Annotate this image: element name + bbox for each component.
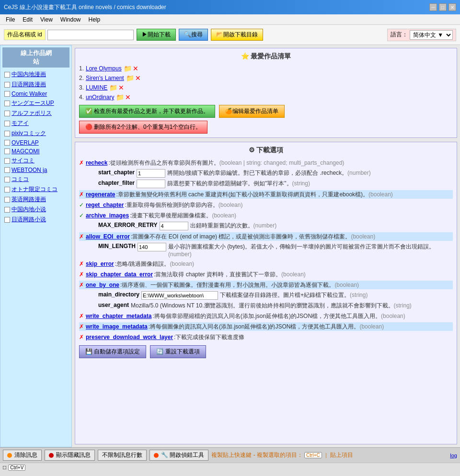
option-start-chapter: start_chapter 將開始/接續下載的章節編號。對已下載過的章節，必須配…: [79, 169, 453, 178]
save-options-button[interactable]: 💾 自動儲存選項設定: [79, 345, 146, 358]
checkbox-pixiv[interactable]: [4, 131, 10, 136]
marker-recheck: ✗: [79, 159, 84, 167]
lang-select[interactable]: 简体中文 ▼: [410, 30, 453, 40]
link-allow-eoi[interactable]: allow_EOI_error: [86, 232, 130, 241]
sidebar-item-jp-manga[interactable]: 日语网路漫画: [2, 79, 69, 90]
sidebar-item-moai[interactable]: モアイ: [2, 118, 69, 128]
sidebar-item-otona-comico[interactable]: オトナ限定コミコ: [2, 184, 69, 194]
option-write-chapter-metadata: ✗ write_chapter_metadata :將每個章節壓縮檔的資訊寫入同…: [79, 312, 453, 320]
favorite-link-4[interactable]: unOrdinary: [86, 94, 114, 101]
download-options-title: ⚙ 下載選項: [79, 146, 453, 155]
folder-icon-1[interactable]: 📁: [124, 65, 132, 72]
link-write-image-metadata[interactable]: write_image_metadata: [86, 322, 148, 331]
delete-annotations-button[interactable]: 🔴 删除所有2个注解、0个重复与1个空白行。: [79, 121, 207, 134]
checkbox-alpha-polis[interactable]: [4, 111, 10, 116]
open-debug-tool-button[interactable]: 🔧 開啟偵錯工具: [150, 450, 208, 461]
sidebar-item-magcomi[interactable]: MAGCOMI: [2, 147, 69, 156]
label-max-error-retry: MAX_ERROR_RETRY: [98, 222, 158, 228]
minimize-button[interactable]: ─: [429, 3, 437, 11]
label-chapter-filter: chapter_filter: [98, 180, 135, 186]
delete-icon-1[interactable]: ✕: [133, 65, 138, 72]
folder-icon-3[interactable]: 📁: [109, 84, 117, 91]
sidebar-item-comic-walker[interactable]: Comic Walker: [2, 90, 69, 98]
input-start-chapter[interactable]: [137, 169, 165, 178]
checkbox-jp-novel[interactable]: [4, 217, 10, 223]
sidebar-item-webtoon-ja[interactable]: WEBTOON ja: [2, 166, 69, 174]
list-item: 2. Siren's Lament 📁 ✕: [79, 74, 453, 82]
sidebar-item-cn-novel[interactable]: 中国内地小说: [2, 204, 69, 215]
checkbox-otona-comico[interactable]: [4, 187, 10, 193]
checkbox-moai[interactable]: [4, 121, 10, 126]
sidebar-item-cn-manga[interactable]: 中国内地漫画: [2, 69, 69, 79]
checkbox-saicomi[interactable]: [4, 158, 10, 164]
clear-message-button[interactable]: 清除訊息: [3, 450, 42, 461]
menu-help[interactable]: Help: [85, 15, 104, 24]
checkbox-comic-walker[interactable]: [4, 91, 10, 97]
sidebar-item-overlap[interactable]: OVERLAP: [2, 138, 69, 147]
delete-icon-2[interactable]: ✕: [135, 74, 141, 82]
link-archive-images[interactable]: archive_images: [86, 211, 129, 220]
checkbox-cn-novel[interactable]: [4, 207, 10, 213]
reset-options-button[interactable]: 🔄 重設下載選項: [150, 345, 206, 358]
download-options-box: ⚙ 下載選項 ✗ recheck :從頭檢測所有作品之所有章節與所有圖片。(bo…: [75, 142, 457, 444]
search-button[interactable]: 🔍搜尋: [179, 29, 208, 41]
delete-button-container: 🔴 删除所有2个注解、0个重复与1个空白行。: [79, 121, 453, 134]
menu-view[interactable]: View: [36, 15, 57, 24]
checkbox-jp-manga[interactable]: [4, 82, 10, 88]
input-main-directory[interactable]: [141, 291, 218, 300]
favorite-link-2[interactable]: Siren's Lament: [86, 75, 124, 81]
start-download-button[interactable]: ▶開始下載: [137, 29, 176, 41]
option-skip-error: ✗ skip_error :忽略/跳過圖像錯誤。(boolean): [79, 260, 453, 268]
link-one-by-one[interactable]: one_by_one: [86, 281, 119, 289]
search-input[interactable]: [47, 30, 134, 40]
link-skip-chapter-data-error[interactable]: skip_chapter_data_error: [86, 270, 153, 279]
title-bar: CeJS 線上小說漫畫下載工具 online novels / comics d…: [0, 0, 460, 14]
link-recheck[interactable]: recheck: [86, 159, 107, 167]
option-chapter-filter: chapter_filter 篩選想要下載的章節標題關鍵字。例如"單行本"。(s…: [79, 180, 453, 188]
link-regenerate[interactable]: regenerate: [86, 190, 115, 199]
sidebar-item-comico[interactable]: コミコ: [2, 174, 69, 184]
sidebar-item-alpha-polis[interactable]: アルファポリス: [2, 108, 69, 118]
check-update-button[interactable]: ✅ 检查所有最爱作品之更新，并下载更新作品。: [79, 105, 215, 118]
option-reget-chapter: ✓ reget_chapter :重新取得每個所檢測到的章節內容。(boolea…: [79, 201, 453, 209]
link-reget-chapter[interactable]: reget_chapter: [86, 201, 124, 209]
input-min-length[interactable]: [138, 243, 166, 251]
delete-icon-3[interactable]: ✕: [118, 84, 124, 91]
sidebar-item-saicomi[interactable]: サイコミ: [2, 156, 69, 166]
menu-edit[interactable]: Edit: [19, 15, 36, 24]
link-skip-error[interactable]: skip_error: [86, 260, 114, 268]
sidebar-item-young-ace[interactable]: ヤングエースUP: [2, 98, 69, 108]
sidebar-item-jp-novel[interactable]: 日语网路小说: [2, 215, 69, 225]
menu-file[interactable]: File: [2, 15, 19, 24]
checkbox-en-manga[interactable]: [4, 197, 10, 203]
sidebar-item-pixiv[interactable]: pixivコミック: [2, 128, 69, 138]
checkbox-cn-manga[interactable]: [4, 72, 10, 78]
show-hidden-button[interactable]: 顯示隱藏訊息: [45, 450, 95, 461]
checkbox-young-ace[interactable]: [4, 101, 10, 106]
link-preserve-work-layer[interactable]: preserve_download_work_layer: [86, 333, 173, 341]
edit-favorites-button[interactable]: 🍊编辑最爱作品清单: [219, 105, 285, 118]
folder-icon-4[interactable]: 📁: [116, 93, 124, 101]
log-link[interactable]: log: [450, 453, 457, 458]
checkbox-webtoon-ja[interactable]: [4, 167, 10, 173]
unlimited-lines-button[interactable]: 不限制訊息行數: [98, 450, 147, 461]
delete-icon-4[interactable]: ✕: [125, 93, 131, 101]
menu-window[interactable]: Window: [57, 15, 85, 24]
input-chapter-filter[interactable]: [137, 180, 165, 188]
close-button[interactable]: ✕: [448, 3, 456, 11]
checkbox-magcomi[interactable]: [4, 148, 10, 154]
sidebar-item-en-manga[interactable]: 英语网路漫画: [2, 194, 69, 204]
input-max-error-retry[interactable]: [160, 222, 188, 230]
window-controls: ─ □ ✕: [429, 3, 456, 11]
checkbox-overlap[interactable]: [4, 140, 10, 146]
option-skip-chapter-data-error: ✗ skip_chapter_data_error :當無法取得 chapter…: [79, 270, 453, 279]
open-dir-button[interactable]: 📂開啟下載目錄: [211, 29, 263, 41]
link-write-chapter-metadata[interactable]: write_chapter_metadata: [86, 312, 151, 320]
checkbox-comico[interactable]: [4, 177, 10, 182]
paste-label-bottom: □: [3, 464, 6, 471]
maximize-button[interactable]: □: [439, 3, 447, 11]
favorite-link-1[interactable]: Lore Olympus: [86, 65, 122, 72]
folder-icon-2[interactable]: 📁: [126, 74, 134, 82]
list-item: 4. unOrdinary 📁 ✕: [79, 93, 453, 101]
favorite-link-3[interactable]: LUMINE: [86, 84, 107, 91]
